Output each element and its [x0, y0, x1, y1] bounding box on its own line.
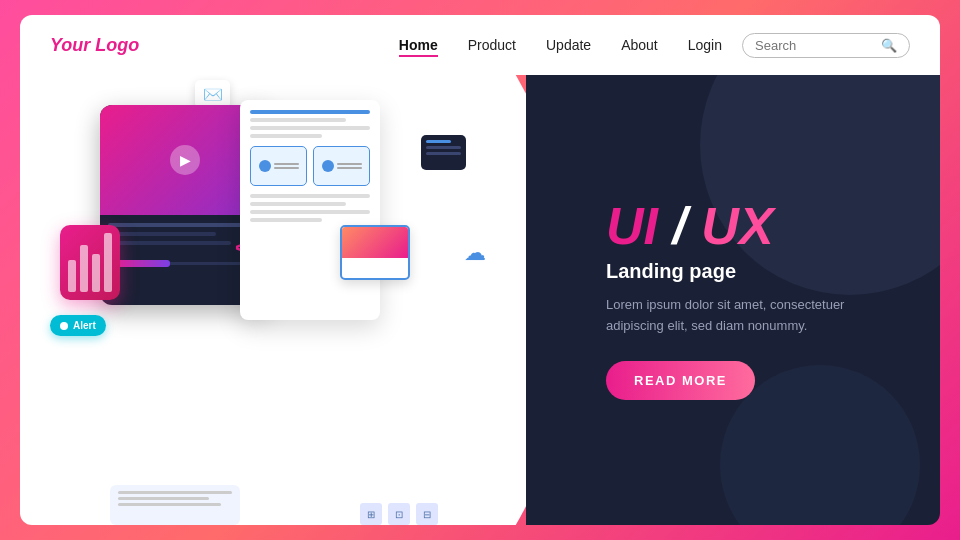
- read-more-button[interactable]: READ MORE: [606, 361, 755, 400]
- device-line-3: [108, 241, 231, 245]
- cloud-icon: ☁: [464, 240, 486, 266]
- alert-text: Alert: [73, 320, 96, 331]
- bottom-list-line-2: [118, 497, 209, 500]
- hero-title-ui: UI: [606, 197, 658, 255]
- email-icon: ✉️: [195, 80, 230, 108]
- right-section: UI / UX Landing page Lorem ipsum dolor s…: [526, 75, 940, 525]
- search-icon-button[interactable]: 🔍: [881, 38, 897, 53]
- device-line-2: [108, 232, 216, 236]
- bottom-icon-2: ⊡: [388, 503, 410, 525]
- hero-title: UI / UX: [606, 200, 900, 252]
- device-line-1: [108, 223, 247, 227]
- search-input[interactable]: [755, 38, 875, 53]
- doc-avatar-2: [322, 160, 334, 172]
- nav-home[interactable]: Home: [399, 37, 438, 53]
- hero-subtitle: Landing page: [606, 260, 900, 283]
- bottom-icon-3: ⊟: [416, 503, 438, 525]
- doc-card-line-d: [337, 167, 362, 169]
- doc-card-2: [313, 146, 370, 186]
- nav-update[interactable]: Update: [546, 37, 591, 53]
- main-content: ✉️ ▶ ★ ★ ★: [20, 75, 940, 525]
- bar-1: [68, 260, 76, 292]
- left-section: ✉️ ▶ ★ ★ ★: [20, 75, 526, 525]
- doc-card-1: [250, 146, 307, 186]
- doc-small-image: [340, 225, 410, 280]
- doc-cards: [250, 146, 370, 186]
- doc-header: [250, 110, 370, 138]
- play-icon: ▶: [170, 145, 200, 175]
- doc-line-5: [250, 194, 370, 198]
- bottom-icon-1: ⊞: [360, 503, 382, 525]
- list-line-1: [426, 140, 451, 143]
- doc-line-1: [250, 110, 370, 114]
- list-icon: [421, 135, 466, 170]
- hero-title-slash: /: [672, 197, 701, 255]
- bottom-icons-row: ⊞ ⊡ ⊟: [360, 503, 438, 525]
- nav-login[interactable]: Login: [688, 37, 722, 53]
- doc-card-line-c: [337, 163, 362, 165]
- list-line-2: [426, 146, 461, 149]
- doc-card-line-a: [274, 163, 299, 165]
- list-line-3: [426, 152, 461, 155]
- bottom-list: [110, 485, 240, 525]
- doc-line-6: [250, 202, 346, 206]
- bar-3: [92, 254, 100, 292]
- logo: Your Logo: [50, 35, 139, 56]
- doc-line-7: [250, 210, 370, 214]
- device-document: [240, 100, 380, 320]
- doc-card-lines-2: [337, 163, 362, 169]
- analytics-card: [60, 225, 120, 300]
- search-box: 🔍: [742, 33, 910, 58]
- doc-image-bg: [342, 227, 408, 258]
- hero-description: Lorem ipsum dolor sit amet, consectetuer…: [606, 295, 886, 337]
- device-slider: [108, 262, 262, 265]
- doc-avatar-1: [259, 160, 271, 172]
- nav-about[interactable]: About: [621, 37, 658, 53]
- alert-dot: [60, 322, 68, 330]
- alert-bubble: Alert: [50, 315, 106, 336]
- hero-title-ux: UX: [701, 197, 773, 255]
- bar-2: [80, 245, 88, 292]
- page-wrapper: Your Logo Home Product Update About Logi…: [20, 15, 940, 525]
- doc-line-4: [250, 134, 322, 138]
- doc-line-3: [250, 126, 370, 130]
- doc-line-8: [250, 218, 322, 222]
- nav-product[interactable]: Product: [468, 37, 516, 53]
- bar-4: [104, 233, 112, 292]
- navbar: Your Logo Home Product Update About Logi…: [20, 15, 940, 75]
- bottom-list-line-3: [118, 503, 221, 506]
- doc-card-lines-1: [274, 163, 299, 169]
- illustration: ✉️ ▶ ★ ★ ★: [40, 85, 526, 525]
- doc-card-line-b: [274, 167, 299, 169]
- nav-links: Home Product Update About Login: [399, 37, 722, 53]
- doc-line-2: [250, 118, 346, 122]
- bottom-list-line-1: [118, 491, 232, 494]
